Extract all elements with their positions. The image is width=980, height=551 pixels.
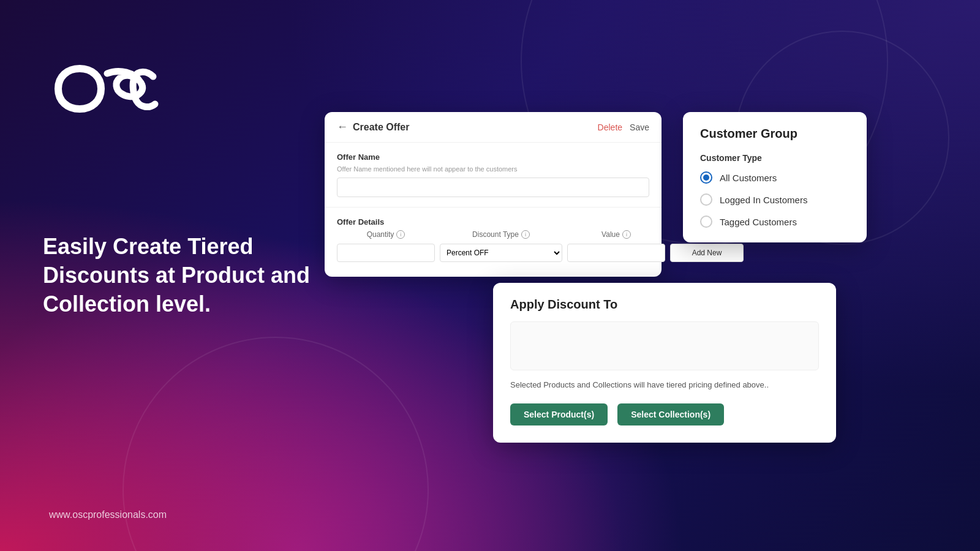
discount-type-info-icon[interactable]: i <box>521 230 530 239</box>
card-header: ← Create Offer Delete Save <box>325 112 662 143</box>
back-arrow-icon[interactable]: ← <box>337 121 348 133</box>
offer-details-label: Offer Details <box>337 217 649 227</box>
radio-all-customers[interactable]: All Customers <box>700 171 850 184</box>
radio-logged-in-customers[interactable]: Logged In Customers <box>700 193 850 206</box>
quantity-info-icon[interactable]: i <box>396 230 405 239</box>
radio-tagged-customers-circle <box>700 216 712 228</box>
radio-all-customers-circle <box>700 171 712 184</box>
col-discount-type: Discount Type i <box>440 230 562 239</box>
create-offer-card: ← Create Offer Delete Save Offer Name Of… <box>325 112 662 277</box>
offer-name-label: Offer Name <box>337 152 649 162</box>
apply-discount-description: Selected Products and Collections will h… <box>510 379 819 391</box>
radio-logged-in-customers-circle <box>700 193 712 206</box>
offer-name-hint: Offer Name mentioned here will not appea… <box>337 165 649 173</box>
radio-all-customers-label: All Customers <box>720 173 777 183</box>
hero-text-block: Easily Create Tiered Discounts at Produc… <box>43 233 318 318</box>
customer-type-subtitle: Customer Type <box>700 153 850 163</box>
add-new-button[interactable]: Add New <box>670 244 744 262</box>
value-input[interactable] <box>567 244 665 262</box>
value-info-icon[interactable]: i <box>622 230 631 239</box>
quantity-input[interactable] <box>337 244 435 262</box>
offer-name-section: Offer Name Offer Name mentioned here wil… <box>325 143 662 208</box>
save-button[interactable]: Save <box>630 122 649 132</box>
create-offer-title: Create Offer <box>353 122 409 133</box>
offer-name-input[interactable] <box>337 178 649 197</box>
card-header-left: ← Create Offer <box>337 121 409 133</box>
col-quantity: Quantity i <box>337 230 435 239</box>
customer-type-radio-group: All Customers Logged In Customers Tagged… <box>700 171 850 228</box>
website-url: www.oscprofessionals.com <box>49 509 167 520</box>
offer-details-section: Offer Details Quantity i Discount Type i… <box>325 208 662 262</box>
card-header-actions: Delete Save <box>598 122 649 132</box>
radio-tagged-customers-label: Tagged Customers <box>720 217 797 227</box>
apply-discount-buttons: Select Product(s) Select Collection(s) <box>510 403 819 425</box>
osc-logo <box>46 61 168 116</box>
discount-type-select[interactable]: Percent OFF Fixed Amount Fixed Price <box>440 244 562 262</box>
apply-discount-title: Apply Discount To <box>510 298 819 312</box>
hero-headline: Easily Create Tiered Discounts at Produc… <box>43 233 318 318</box>
customer-group-title: Customer Group <box>700 127 850 141</box>
col-value: Value i <box>567 230 665 239</box>
table-row: Percent OFF Fixed Amount Fixed Price Add… <box>337 244 649 262</box>
apply-discount-card: Apply Discount To Selected Products and … <box>493 283 836 443</box>
table-headers: Quantity i Discount Type i Value i Actio… <box>337 230 649 239</box>
delete-button[interactable]: Delete <box>598 122 622 132</box>
radio-logged-in-customers-label: Logged In Customers <box>720 195 807 205</box>
select-products-button[interactable]: Select Product(s) <box>510 403 608 425</box>
apply-discount-content-area <box>510 321 819 370</box>
radio-tagged-customers[interactable]: Tagged Customers <box>700 216 850 228</box>
logo-area <box>46 61 168 119</box>
select-collections-button[interactable]: Select Collection(s) <box>617 403 724 425</box>
customer-group-card: Customer Group Customer Type All Custome… <box>683 112 867 242</box>
